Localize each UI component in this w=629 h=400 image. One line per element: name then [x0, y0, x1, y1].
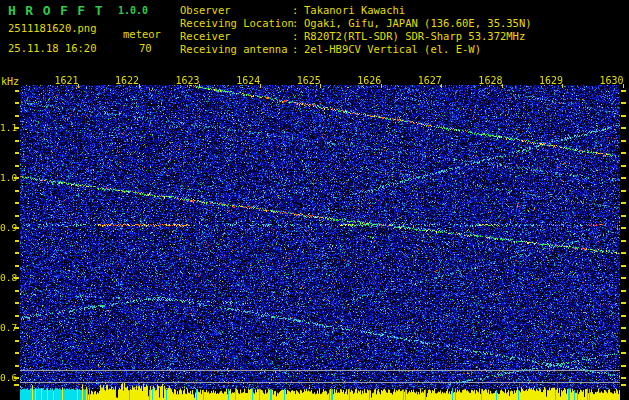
- time-tick-label: 1623: [175, 75, 201, 86]
- time-tick-label: 1621: [54, 75, 80, 86]
- info-value: R820T2(RTL-SDR) SDR-Sharp 53.372MHz: [304, 30, 525, 43]
- info-separator: :: [292, 43, 304, 56]
- axis-tick: [621, 240, 626, 242]
- axis-tick: [621, 152, 626, 154]
- axis-tick: [15, 202, 19, 204]
- info-value: 2el-HB9CV Vertical (el. E-W): [304, 43, 481, 56]
- axis-tick: [621, 265, 626, 267]
- axis-tick: [15, 352, 19, 354]
- axis-tick: [621, 277, 626, 279]
- axis-tick: [15, 252, 19, 254]
- info-value: Ogaki, Gifu, JAPAN (136.60E, 35.35N): [304, 17, 532, 30]
- station-info-row: Receiving Location:Ogaki, Gifu, JAPAN (1…: [180, 17, 532, 30]
- axis-tick: [621, 377, 626, 379]
- time-tick-label: 1622: [114, 75, 140, 86]
- axis-tick: [14, 384, 19, 386]
- info-label: Receiving Location: [180, 17, 292, 30]
- axis-tick: [621, 140, 626, 142]
- time-tick-label: 1630: [599, 75, 625, 86]
- axis-tick: [621, 315, 626, 317]
- info-separator: :: [292, 4, 304, 17]
- axis-tick: [15, 302, 19, 304]
- axis-tick: [15, 290, 19, 292]
- echo-count: 70: [139, 42, 152, 54]
- station-info-row: Receiving antenna:2el-HB9CV Vertical (el…: [180, 43, 532, 56]
- axis-tick: [15, 102, 19, 104]
- axis-tick: [621, 302, 626, 304]
- info-label: Receiver: [180, 30, 292, 43]
- app-title: HROFFT: [8, 3, 112, 18]
- axis-tick: [621, 102, 626, 104]
- axis-tick: [15, 240, 19, 242]
- station-info-row: Observer:Takanori Kawachi: [180, 4, 532, 17]
- axis-tick: [15, 115, 19, 117]
- axis-tick: [621, 115, 626, 117]
- hrofft-screenshot: HROFFT 1.0.0 2511181620.png meteor 25.11…: [0, 0, 629, 400]
- axis-tick: [15, 215, 19, 217]
- freq-tick-label: 0.7: [0, 322, 13, 333]
- axis-tick: [621, 340, 626, 342]
- axis-tick: [15, 190, 19, 192]
- axis-tick: [15, 315, 19, 317]
- app-version: 1.0.0: [118, 5, 148, 16]
- station-info-block: Observer:Takanori KawachiReceiving Locat…: [180, 4, 532, 56]
- axis-tick: [15, 265, 19, 267]
- info-value: Takanori Kawachi: [304, 4, 405, 17]
- output-filename: 2511181620.png: [8, 22, 97, 34]
- freq-axis-unit: kHz: [1, 76, 19, 87]
- axis-tick: [621, 90, 626, 92]
- axis-tick: [15, 140, 19, 142]
- timestamp: 25.11.18 16:20: [8, 42, 97, 54]
- axis-tick: [15, 90, 19, 92]
- info-separator: :: [292, 30, 304, 43]
- axis-tick: [15, 152, 19, 154]
- time-tick-label: 1624: [235, 75, 261, 86]
- time-tick-label: 1626: [356, 75, 382, 86]
- spectrogram-canvas: [20, 85, 620, 400]
- axis-tick: [621, 202, 626, 204]
- axis-tick: [621, 384, 626, 386]
- freq-tick-label: 0.9: [0, 222, 13, 233]
- axis-tick: [621, 290, 626, 292]
- axis-tick: [621, 365, 626, 367]
- axis-tick: [621, 327, 626, 329]
- info-label: Observer: [180, 4, 292, 17]
- freq-tick-label: 1.1: [0, 122, 13, 133]
- axis-tick: [15, 165, 19, 167]
- mode-label: meteor: [123, 28, 161, 40]
- freq-tick-label: 1.0: [0, 172, 13, 183]
- axis-tick: [15, 365, 19, 367]
- station-info-row: Receiver:R820T2(RTL-SDR) SDR-Sharp 53.37…: [180, 30, 532, 43]
- freq-tick-label: 0.8: [0, 272, 13, 283]
- axis-tick: [621, 190, 626, 192]
- axis-tick: [621, 165, 626, 167]
- axis-tick: [621, 215, 626, 217]
- axis-tick: [621, 177, 626, 179]
- info-label: Receiving antenna: [180, 43, 292, 56]
- time-tick-label: 1625: [296, 75, 322, 86]
- axis-tick: [621, 352, 626, 354]
- info-separator: :: [292, 17, 304, 30]
- axis-tick: [621, 252, 626, 254]
- freq-tick-label: 0.6: [0, 372, 13, 383]
- time-tick-label: 1629: [538, 75, 564, 86]
- time-tick-label: 1627: [417, 75, 443, 86]
- axis-tick: [621, 127, 626, 129]
- axis-tick: [15, 340, 19, 342]
- axis-tick: [621, 227, 626, 229]
- time-tick-label: 1628: [477, 75, 503, 86]
